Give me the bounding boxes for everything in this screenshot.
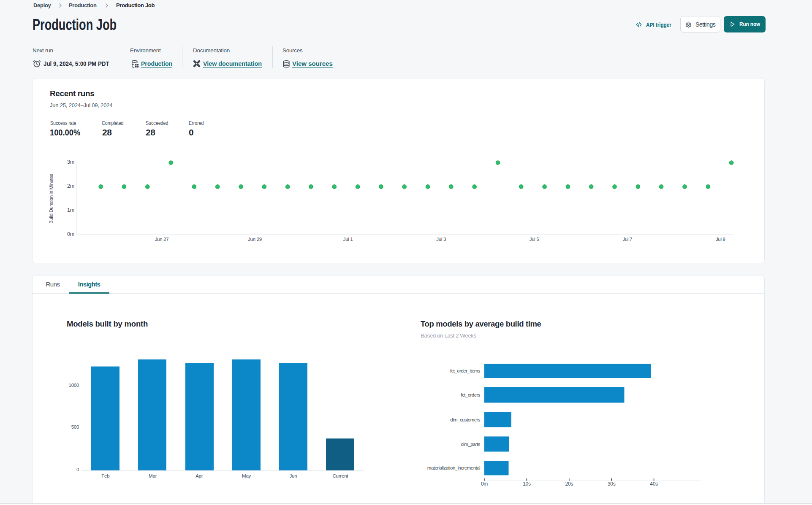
svg-text:Jun 27: Jun 27 — [155, 237, 169, 242]
svg-text:40s: 40s — [650, 481, 658, 487]
svg-text:Feb: Feb — [101, 473, 109, 478]
svg-text:500: 500 — [71, 424, 79, 429]
svg-text:Jul 7: Jul 7 — [622, 237, 632, 242]
svg-text:materialization_incremental: materialization_incremental — [427, 465, 480, 470]
svg-text:Current: Current — [332, 473, 348, 478]
svg-text:fct_orders: fct_orders — [461, 392, 480, 397]
svg-text:3m: 3m — [67, 159, 74, 165]
svg-text:Apr: Apr — [196, 473, 203, 478]
svg-text:1m: 1m — [67, 207, 74, 213]
svg-text:fct_order_items: fct_order_items — [450, 368, 481, 373]
svg-text:Jul 9: Jul 9 — [716, 237, 725, 242]
svg-text:Jul 1: Jul 1 — [343, 237, 353, 242]
svg-text:Jul 3: Jul 3 — [436, 237, 446, 242]
svg-text:dim_customers: dim_customers — [450, 417, 481, 422]
svg-text:Jul 5: Jul 5 — [530, 237, 539, 242]
svg-text:0m: 0m — [67, 231, 74, 237]
svg-text:Jun 29: Jun 29 — [248, 237, 262, 242]
svg-text:0: 0 — [76, 467, 79, 472]
svg-text:20s: 20s — [565, 481, 573, 487]
svg-text:30s: 30s — [608, 481, 616, 487]
svg-text:1000: 1000 — [69, 383, 79, 388]
svg-text:2m: 2m — [67, 183, 74, 189]
svg-text:May: May — [242, 473, 251, 478]
svg-text:Mar: Mar — [149, 473, 157, 478]
svg-text:Build Duration in Minutes: Build Duration in Minutes — [49, 173, 54, 223]
svg-text:0m: 0m — [481, 481, 488, 487]
svg-text:dim_parts: dim_parts — [461, 442, 480, 447]
svg-text:10s: 10s — [523, 481, 531, 487]
svg-text:Jun: Jun — [290, 473, 297, 478]
